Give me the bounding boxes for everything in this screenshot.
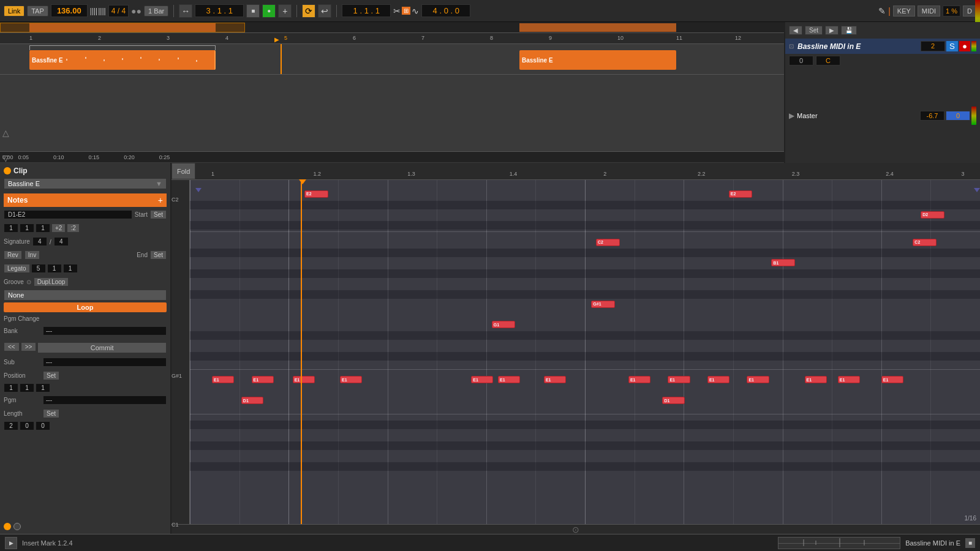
length-row: Length Set: [4, 409, 167, 418]
note-e1-4[interactable]: E1: [340, 376, 362, 383]
start-val3[interactable]: 1: [36, 223, 50, 233]
note-e1-10[interactable]: E1: [707, 376, 729, 383]
length-set-btn[interactable]: Set: [43, 409, 59, 418]
note-c2-1[interactable]: C2: [596, 239, 620, 246]
note-e1-5[interactable]: E1: [471, 376, 493, 383]
right-position[interactable]: 1 . 1 . 1: [342, 4, 391, 17]
position-display[interactable]: 3 . 1 . 1: [195, 4, 244, 17]
note-e1-9[interactable]: E1: [668, 376, 690, 383]
sep3: [336, 5, 337, 17]
add-btn[interactable]: +: [278, 4, 292, 18]
note-e1-12[interactable]: E1: [805, 376, 827, 383]
zoom-display[interactable]: 1 %: [943, 6, 960, 17]
inv-btn[interactable]: Inv: [24, 250, 40, 260]
rev-btn[interactable]: Rev: [4, 250, 22, 260]
loop-button[interactable]: Loop: [4, 302, 167, 312]
clip-name-row[interactable]: Bassline E ▼: [4, 178, 167, 189]
note-c2-2[interactable]: C2: [913, 239, 937, 246]
note-range-display[interactable]: D1-E2: [4, 210, 132, 219]
groove-val-row[interactable]: None: [4, 290, 167, 301]
save-btn[interactable]: 💾: [841, 26, 857, 35]
loop-btn[interactable]: ⟳: [302, 4, 315, 18]
note-d2-1[interactable]: D2: [921, 211, 944, 219]
master-pan[interactable]: 0: [946, 111, 970, 121]
len-val2[interactable]: 0: [20, 421, 34, 430]
clip-val1[interactable]: 2: [921, 41, 945, 51]
note-e1-1[interactable]: E1: [212, 376, 234, 383]
note-e1-7[interactable]: E1: [544, 376, 566, 383]
note-b1-1[interactable]: B1: [771, 259, 795, 266]
legato-btn[interactable]: Legato: [4, 264, 30, 273]
arr-expand-icon[interactable]: ▽: [2, 153, 9, 163]
set-label-btn[interactable]: Set: [805, 26, 823, 35]
note-e2-2[interactable]: E2: [729, 190, 753, 198]
note-d1-2[interactable]: D1: [662, 397, 684, 404]
val-box-0[interactable]: 0: [789, 56, 813, 66]
tempo-display[interactable]: 136.00: [51, 4, 88, 17]
status-play-btn[interactable]: ▶: [5, 537, 17, 549]
sig-val2[interactable]: 4: [54, 237, 69, 246]
pgm-input[interactable]: [43, 395, 167, 405]
dupl-loop-btn[interactable]: Dupl.Loop: [34, 277, 69, 287]
back-btn[interactable]: ↩: [318, 4, 331, 18]
quantize-btn[interactable]: 1 Bar: [144, 6, 168, 17]
note-gs1-1[interactable]: G#1: [591, 301, 615, 308]
note-d1-1[interactable]: D1: [241, 397, 263, 404]
note-e1-13[interactable]: E1: [838, 376, 860, 383]
position-set-btn[interactable]: Set: [43, 371, 59, 380]
start-val2[interactable]: 1: [20, 223, 34, 233]
link-button[interactable]: Link: [4, 6, 24, 17]
end-val2[interactable]: 1: [47, 264, 62, 273]
sub-input[interactable]: [43, 358, 167, 367]
note-e1-2[interactable]: E1: [252, 376, 274, 383]
midi-button[interactable]: MIDI: [918, 6, 940, 17]
rec-button[interactable]: ●: [959, 41, 970, 51]
note-g1-1[interactable]: G1: [492, 321, 516, 328]
notes-plus-icon[interactable]: +: [158, 195, 163, 205]
pos-val2[interactable]: 1: [20, 383, 34, 392]
arr-clip-1[interactable]: Bassline E: [29, 50, 216, 70]
tap-button[interactable]: TAP: [27, 6, 48, 17]
set-next-btn[interactable]: ▶: [825, 26, 839, 35]
start-set-btn[interactable]: Set: [150, 210, 167, 219]
note-e1-8[interactable]: E1: [628, 376, 650, 383]
follow-btn[interactable]: ↔: [179, 4, 192, 18]
right-position2[interactable]: 4 . 0 . 0: [421, 4, 470, 17]
status-icon-btn[interactable]: ■: [965, 538, 975, 548]
arr-clip-2[interactable]: Bassline E: [519, 50, 676, 70]
key-button[interactable]: KEY: [893, 6, 915, 17]
end-val1[interactable]: 5: [31, 264, 46, 273]
bank-input[interactable]: [43, 326, 167, 335]
note-e1-11[interactable]: E1: [747, 376, 769, 383]
stop-btn[interactable]: ■: [246, 4, 260, 18]
play-btn[interactable]: ●: [262, 4, 276, 18]
nav-next-btn[interactable]: >>: [21, 342, 37, 351]
arr-collapse-icon[interactable]: △: [2, 128, 9, 138]
start-val1[interactable]: 1: [4, 223, 18, 233]
end-set-btn[interactable]: Set: [150, 250, 167, 260]
pos-val1[interactable]: 1: [4, 383, 18, 392]
note-e1-3[interactable]: E1: [293, 376, 315, 383]
len-val3[interactable]: 0: [36, 421, 50, 430]
pos-val3[interactable]: 1: [36, 383, 50, 392]
semitone-up-btn[interactable]: +2: [51, 223, 66, 233]
sig-val1[interactable]: 4: [32, 237, 47, 246]
master-db[interactable]: -6.7: [920, 111, 944, 121]
end-val3[interactable]: 1: [63, 264, 78, 273]
end-values-row: Legato 5 1 1: [4, 263, 167, 274]
fold-button[interactable]: Fold: [172, 163, 195, 179]
set-prev-btn[interactable]: ◀: [789, 26, 802, 35]
resize-handle[interactable]: ⊙: [172, 524, 980, 534]
master-vu: [971, 107, 976, 125]
val-box-c[interactable]: C: [816, 56, 840, 66]
note-e1-14[interactable]: E1: [881, 376, 903, 383]
note-e1-6[interactable]: E1: [498, 376, 520, 383]
time-sig-display[interactable]: 4 / 4: [108, 5, 129, 17]
semitone-down-btn[interactable]: :2: [67, 223, 79, 233]
commit-btn[interactable]: Commit: [37, 342, 167, 353]
len-val1[interactable]: 2: [4, 421, 18, 430]
nav-prev-btn[interactable]: <<: [4, 342, 20, 351]
s-button[interactable]: S: [946, 41, 958, 51]
d-button[interactable]: D: [963, 6, 976, 17]
note-e2-1[interactable]: E2: [304, 190, 328, 198]
